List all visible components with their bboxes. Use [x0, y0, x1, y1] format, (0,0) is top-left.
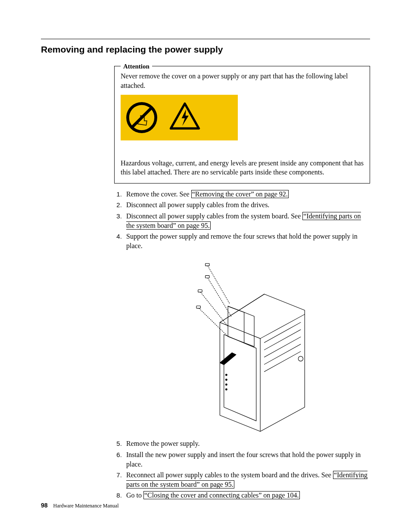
- xref-closing-cover[interactable]: “Closing the cover and connecting cables…: [143, 491, 300, 499]
- tower-illustration: [184, 254, 313, 432]
- step-text: Support the power supply and remove the …: [126, 233, 358, 249]
- step-1: Remove the cover. See “Removing the cove…: [124, 190, 370, 199]
- step-7: Reconnect all power supply cables to the…: [124, 470, 370, 489]
- svg-rect-24: [206, 264, 209, 266]
- attention-box: Attention Never remove the cover on a po…: [114, 66, 370, 183]
- svg-line-6: [260, 314, 305, 339]
- content-column: Attention Never remove the cover on a po…: [114, 66, 370, 500]
- svg-marker-19: [220, 353, 236, 365]
- document-page: Removing and replacing the power supply …: [0, 0, 411, 532]
- svg-point-30: [226, 384, 227, 386]
- step-3: Disconnect all power supply cables from …: [124, 212, 370, 230]
- page-number: 98: [41, 502, 48, 509]
- svg-point-31: [226, 389, 227, 390]
- svg-line-17: [228, 306, 244, 312]
- high-voltage-icon: [169, 102, 201, 134]
- svg-marker-15: [224, 335, 256, 421]
- diagram-remove-psu: [126, 254, 370, 434]
- step-4: Support the power supply and remove the …: [124, 232, 370, 434]
- step-5: Remove the power supply.: [124, 439, 370, 448]
- svg-line-8: [220, 294, 264, 323]
- step-text: Remove the power supply.: [126, 440, 199, 447]
- svg-rect-25: [206, 276, 209, 278]
- procedure-list: Remove the cover. See “Removing the cove…: [114, 190, 370, 500]
- svg-point-14: [298, 356, 303, 361]
- step-8: Go to “Closing the cover and connecting …: [124, 491, 370, 500]
- step-text: Reconnect all power supply cables to the…: [126, 471, 333, 479]
- svg-rect-26: [198, 290, 202, 292]
- hazard-label-graphic: [121, 95, 238, 140]
- attention-hazard: Hazardous voltage, current, and energy l…: [121, 159, 364, 177]
- attention-intro: Never remove the cover on a power supply…: [121, 72, 364, 90]
- svg-point-29: [226, 379, 227, 381]
- xref-removing-cover[interactable]: “Removing the cover” on page 92.: [191, 190, 289, 198]
- do-not-touch-icon: [126, 102, 158, 134]
- section-heading: Removing and replacing the power supply: [41, 44, 370, 56]
- svg-line-23: [199, 308, 228, 337]
- svg-marker-3: [182, 109, 189, 125]
- step-text: Remove the cover. See: [126, 190, 191, 198]
- rule-top: [41, 39, 370, 39]
- step-text: Disconnect all power supply cables from …: [126, 212, 302, 220]
- page-footer: 98 Hardware Maintenance Manual: [41, 501, 119, 510]
- svg-rect-27: [196, 306, 200, 308]
- svg-marker-16: [228, 306, 254, 347]
- step-text: Disconnect all power supply cables from …: [126, 201, 269, 208]
- attention-legend: Attention: [121, 62, 152, 71]
- svg-line-22: [200, 292, 228, 327]
- svg-line-21: [208, 278, 231, 317]
- step-text: Go to: [126, 492, 143, 499]
- step-6: Install the new power supply and insert …: [124, 450, 370, 469]
- step-text: Install the new power supply and insert …: [126, 451, 361, 468]
- book-title: Hardware Maintenance Manual: [53, 503, 119, 509]
- svg-point-28: [226, 374, 227, 376]
- svg-line-20: [208, 266, 230, 304]
- step-2: Disconnect all power supply cables from …: [124, 200, 370, 210]
